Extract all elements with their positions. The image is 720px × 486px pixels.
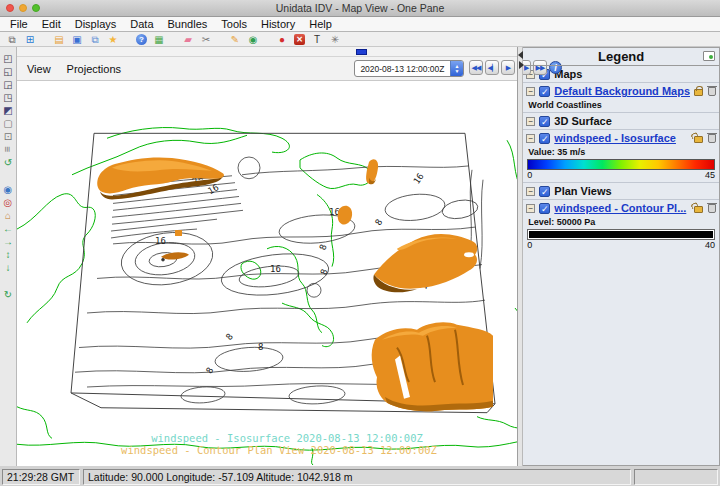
colorbar-range: 0 45 xyxy=(523,170,719,182)
help-icon[interactable]: ? xyxy=(136,34,147,45)
vertical-scale-icon[interactable]: ≡ xyxy=(1,143,15,156)
title-bar: Unidata IDV - Map View - One Pane xyxy=(0,0,720,17)
menu-item-data[interactable]: Data xyxy=(130,18,153,30)
display-link[interactable]: Default Background Maps xyxy=(554,85,690,97)
eraser-icon[interactable]: ▰ xyxy=(182,34,194,45)
collapse-toggle-icon[interactable]: − xyxy=(526,134,535,143)
time-slider-handle[interactable] xyxy=(356,49,367,55)
box-outline-icon[interactable]: ▢ xyxy=(1,117,15,130)
surface-checkbox[interactable]: ✓ xyxy=(539,116,550,127)
legend-section-3d-surface: − ✓ 3D Surface xyxy=(523,112,719,129)
rotate-auto-icon[interactable]: ↻ xyxy=(1,288,15,301)
contour-label: 8 xyxy=(258,343,263,353)
play-button[interactable]: ▶ xyxy=(501,60,515,75)
view-controls-row: View Projections 2020-08-13 12:00:00Z ▲▼… xyxy=(17,57,517,81)
rainbow-colorbar[interactable] xyxy=(527,159,715,170)
float-legend-icon[interactable] xyxy=(703,51,715,61)
perspective-view-icon[interactable]: ◩ xyxy=(1,104,15,117)
time-slider-strip[interactable] xyxy=(17,47,517,57)
item-checkbox[interactable]: ✓ xyxy=(539,86,550,97)
rotate-cube-top-icon[interactable]: ◰ xyxy=(1,52,15,65)
menu-item-bundles[interactable]: Bundles xyxy=(168,18,208,30)
text-icon[interactable]: T xyxy=(311,34,323,45)
time-select-dropdown[interactable]: 2020-08-13 12:00:00Z ▲▼ xyxy=(354,60,464,77)
menu-item-help[interactable]: Help xyxy=(309,18,332,30)
map-3d-canvas[interactable]: 24 16 16 16 8 8 16 8 16 16 8 8 8 xyxy=(17,81,517,466)
rotate-cube-right-icon[interactable]: ◳ xyxy=(1,91,15,104)
collapse-toggle-icon[interactable]: − xyxy=(526,187,535,196)
delete-stop-icon[interactable]: ✕ xyxy=(294,34,305,45)
display-link[interactable]: windspeed - Contour Pl... xyxy=(554,202,690,214)
edit-pencil-icon[interactable]: ✎ xyxy=(229,34,241,45)
menu-item-file[interactable]: File xyxy=(10,18,28,30)
plan-colorbar[interactable] xyxy=(527,229,715,240)
colorbar-min: 0 xyxy=(527,170,532,180)
legend-panel: Legend − ✓ Maps − ✓ Default Background M… xyxy=(523,47,720,466)
legend-section-plan-views: − ✓ Plan Views xyxy=(523,182,719,199)
legend-item-windspeed-isosurface: − ✓ windspeed - Isosurface xyxy=(523,129,719,146)
unlock-icon[interactable] xyxy=(694,206,703,213)
pan-right-icon[interactable]: → xyxy=(1,235,15,248)
contour-label: 16 xyxy=(155,236,166,246)
isosurface-value-label: Value: 35 m/s xyxy=(523,146,719,159)
display-link[interactable]: windspeed - Isosurface xyxy=(554,132,690,144)
step-back-button[interactable]: ◀▏ xyxy=(485,60,499,75)
save-bundle-icon[interactable]: ▣ xyxy=(71,34,83,45)
rotate-cube-bottom-icon[interactable]: ◱ xyxy=(1,65,15,78)
open-bundle-icon[interactable]: ▤ xyxy=(53,34,65,45)
menu-item-displays[interactable]: Displays xyxy=(75,18,117,30)
item-checkbox[interactable]: ✓ xyxy=(539,133,550,144)
copy-display-icon[interactable]: ⧉ xyxy=(89,34,101,45)
menu-item-tools[interactable]: Tools xyxy=(221,18,247,30)
wireframe-box-icon[interactable]: ⊡ xyxy=(1,130,15,143)
plan-colorbar-range: 0 40 xyxy=(523,240,719,252)
plan-views-checkbox[interactable]: ✓ xyxy=(539,186,550,197)
cut-scissors-icon[interactable]: ✂ xyxy=(200,34,212,45)
pan-left-icon[interactable]: ← xyxy=(1,222,15,235)
collapse-toggle-icon[interactable]: − xyxy=(526,87,535,96)
contour-label: 8 xyxy=(204,366,215,376)
item-checkbox[interactable]: ✓ xyxy=(539,203,550,214)
plan-level-label: Level: 50000 Pa xyxy=(523,216,719,229)
menu-item-history[interactable]: History xyxy=(261,18,295,30)
trash-icon[interactable] xyxy=(708,204,716,213)
trash-icon[interactable] xyxy=(708,87,716,96)
favorites-star-icon[interactable]: ★ xyxy=(107,34,119,45)
lock-icon[interactable] xyxy=(694,89,703,96)
pan-down-icon[interactable]: ↓ xyxy=(1,261,15,274)
main-toolbar: ⧉ ⊞ ▤ ▣ ⧉ ★ ? ▦ ▰ ✂ ✎ ◉ ● ✕ T ✳ xyxy=(0,32,720,47)
contour-label: 16 xyxy=(411,171,425,185)
status-bar: 21:29:28 GMT Latitude: 90.000 Longitude:… xyxy=(0,466,720,486)
globe-icon[interactable]: ◉ xyxy=(247,34,259,45)
menu-item-edit[interactable]: Edit xyxy=(42,18,61,30)
new-display-window-icon[interactable]: ⊞ xyxy=(24,34,36,45)
collapse-toggle-icon[interactable]: − xyxy=(526,204,535,213)
display-captions: windspeed - Isosurface 2020-08-13 12:00:… xyxy=(121,432,437,456)
spinner-icon[interactable]: ▲▼ xyxy=(450,61,463,76)
contour-label: 8 xyxy=(317,243,328,251)
trash-icon[interactable] xyxy=(708,134,716,143)
zoom-in-globe-icon[interactable]: ◉ xyxy=(1,183,15,196)
contour-label: 8 xyxy=(224,331,235,341)
time-value: 2020-08-13 12:00:00Z xyxy=(355,64,450,74)
cursor-position-readout: Latitude: 90.000 Longitude: -57.109 Alti… xyxy=(83,469,631,485)
home-view-icon[interactable]: ⌂ xyxy=(1,209,15,222)
record-icon[interactable]: ● xyxy=(276,34,288,45)
show-dashboard-icon[interactable]: ⧉ xyxy=(6,34,18,45)
export-image-icon[interactable]: ▦ xyxy=(153,34,165,45)
rotate-cube-left-icon[interactable]: ◲ xyxy=(1,78,15,91)
projections-menu[interactable]: Projections xyxy=(67,63,121,75)
rewind-button[interactable]: ◀◀ xyxy=(469,60,483,75)
collapse-left-icon[interactable] xyxy=(518,51,523,59)
pan-vertical-icon[interactable]: ↕ xyxy=(1,248,15,261)
legend-header: Legend xyxy=(523,48,719,66)
view-menu[interactable]: View xyxy=(27,63,51,75)
unlock-icon[interactable] xyxy=(694,136,703,143)
panel-splitter[interactable] xyxy=(518,47,524,466)
settings-icon[interactable]: ✳ xyxy=(329,34,341,45)
zoom-out-globe-icon[interactable]: ◎ xyxy=(1,196,15,209)
colorbar-max: 45 xyxy=(705,170,715,180)
reset-view-icon[interactable]: ↺ xyxy=(1,156,15,169)
viewpoint-toolbar: ◰ ◱ ◲ ◳ ◩ ▢ ⊡ ≡ ↺ ◉ ◎ ⌂ ← → ↕ ↓ ↻ xyxy=(0,47,17,466)
collapse-toggle-icon[interactable]: − xyxy=(526,117,535,126)
